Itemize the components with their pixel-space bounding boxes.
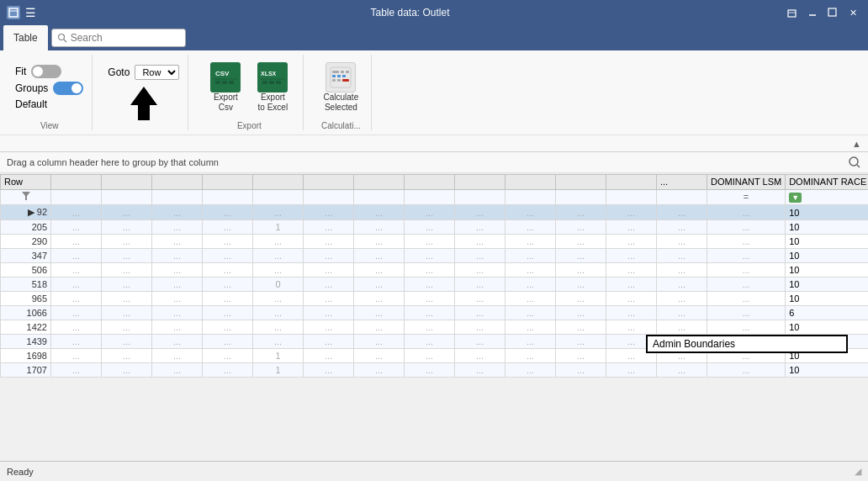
cell-dots: ... [505,363,556,378]
cell-dots: ... [455,205,505,220]
col-row: Row [1,174,51,189]
ribbon-content: Fit Groups Default View [0,50,868,135]
view-group: Fit Groups Default View [7,55,93,130]
table-row[interactable]: 1422....................................… [1,320,869,335]
cell-dots: ... [455,220,505,235]
search-hint-icon[interactable] [848,156,861,169]
close-button[interactable]: ✕ [844,4,861,21]
cell-dots: ... [455,320,505,335]
svg-text:CSV: CSV [215,70,230,77]
table-row[interactable]: 1066....................................… [1,306,869,320]
cell-dots: ... [354,320,405,335]
svg-point-30 [849,157,858,166]
cell-dots: ... [304,263,354,278]
cell-dots: ... [203,220,253,235]
fit-toggle[interactable] [31,65,61,78]
cell-dots: ... [405,349,455,363]
search-box[interactable] [51,29,186,47]
cell-dots: ... [304,205,354,220]
cell-dots: ... [505,263,556,278]
maximize-button[interactable] [784,4,801,21]
export-csv-label: ExportCsv [214,92,238,113]
cell-dots: ... [304,292,354,306]
svg-rect-21 [332,71,339,73]
table-row[interactable]: 518............0........................… [1,278,869,292]
cell-dots: ... [505,205,556,220]
cell-dots: ... [253,249,304,263]
cell-dots: ... [657,278,707,292]
col-dominant-lsm[interactable]: DOMINANT LSM [707,174,786,189]
cell-dots: ... [304,335,354,349]
table-row[interactable]: 965.....................................… [1,292,869,306]
cell-dots: ... [657,292,707,306]
col-dots3 [152,174,203,189]
table-row[interactable]: 1707............1.......................… [1,363,869,378]
cell-dots: ... [102,220,152,235]
tab-table[interactable]: Table [3,25,48,50]
col-dots1 [51,174,102,189]
table-row[interactable]: 506.....................................… [1,263,869,278]
col-dots7 [354,174,405,189]
cell-dots: ... [657,220,707,235]
cell-row-num: 1698 [1,349,51,363]
app-menu-icon[interactable]: ☰ [25,6,36,19]
cell-dots: ... [203,235,253,249]
cell-dots: ... [51,278,102,292]
table-row[interactable]: 205............1........................… [1,220,869,235]
collapse-ribbon-button[interactable]: ▲ [852,139,861,149]
cell-dots: ... [203,249,253,263]
table-scroll-area[interactable]: Row ... DOMINANT LSM [0,173,868,461]
cell-ellipsis: ... [707,292,786,306]
export-excel-button[interactable]: XLSX Exportto Excel [251,59,294,116]
svg-rect-13 [229,81,234,84]
calculate-selected-button[interactable]: CalculateSelected [319,59,363,116]
cell-dots: ... [354,220,405,235]
cell-dots: ... [203,278,253,292]
cell-dots: ... [51,249,102,263]
cell-dots: ... [253,263,304,278]
col-dots11 [556,174,606,189]
cell-dots: ... [304,349,354,363]
cell-dots: ... [657,249,707,263]
cell-dots: ... [152,306,203,320]
filter-dom-race[interactable]: ▼ [786,189,868,205]
table-row[interactable]: 290.....................................… [1,235,869,249]
cell-dots: ... [203,363,253,378]
filter-dots12 [606,189,657,205]
cell-dots: ... [304,306,354,320]
col-ellipsis: ... [657,174,707,189]
cell-dots: ... [405,292,455,306]
cell-dots: ... [152,235,203,249]
cell-ellipsis: ... [707,320,786,335]
cell-dots: ... [354,306,405,320]
restore-button[interactable] [824,4,841,21]
column-header-row: Row ... DOMINANT LSM [1,174,869,189]
view-group-label: View [40,119,59,130]
titlebar-left: ☰ [7,6,36,19]
status-text: Ready [7,467,34,477]
minimize-button[interactable] [804,4,821,21]
table-row[interactable]: 347.....................................… [1,249,869,263]
calculate-selected-label: CalculateSelected [324,92,359,113]
groups-toggle[interactable] [53,82,83,95]
cell-dots: ... [455,263,505,278]
cell-dots: ... [657,263,707,278]
search-input[interactable] [71,32,180,44]
filter-dots2 [102,189,152,205]
export-csv-button[interactable]: CSV ExportCsv [204,59,247,116]
cell-dots: ... [253,205,304,220]
svg-rect-17 [262,81,267,84]
cell-dots: ... [203,263,253,278]
cell-dots: ... [354,249,405,263]
col-dominant-race[interactable]: DOMINANT RACE [786,174,868,189]
goto-select[interactable]: Row [135,65,179,80]
cell-dots: ... [606,235,657,249]
table-row[interactable]: ▶ 92....................................… [1,205,869,220]
cell-dots: ... [152,320,203,335]
filter-dom-lsm[interactable]: = [707,189,786,205]
cell-dots: ... [505,349,556,363]
cell-ellipsis: ... [707,363,786,378]
cell-dots: ... [455,349,505,363]
cell-dots: ... [203,205,253,220]
goto-label: Goto [108,66,130,78]
